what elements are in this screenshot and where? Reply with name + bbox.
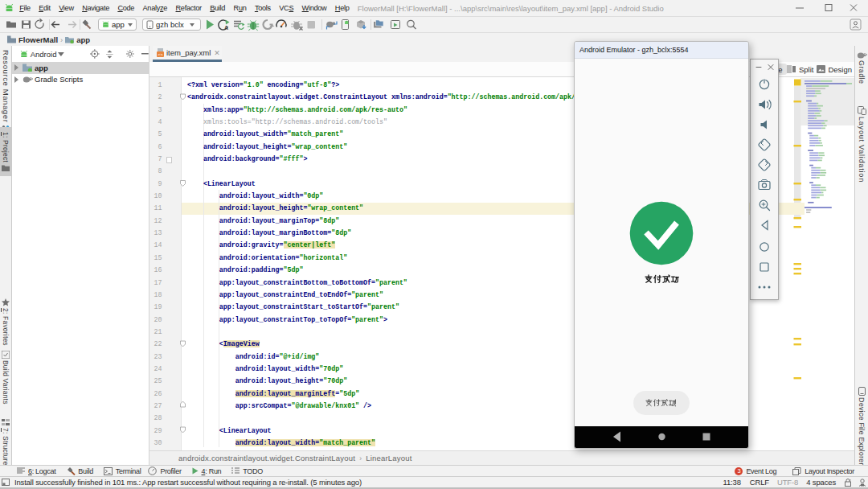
svg-text:<>: <> bbox=[158, 52, 162, 57]
svg-text:A: A bbox=[224, 25, 228, 31]
svg-text:app: app bbox=[112, 20, 125, 29]
svg-text:gzh bclx: gzh bclx bbox=[156, 20, 184, 29]
